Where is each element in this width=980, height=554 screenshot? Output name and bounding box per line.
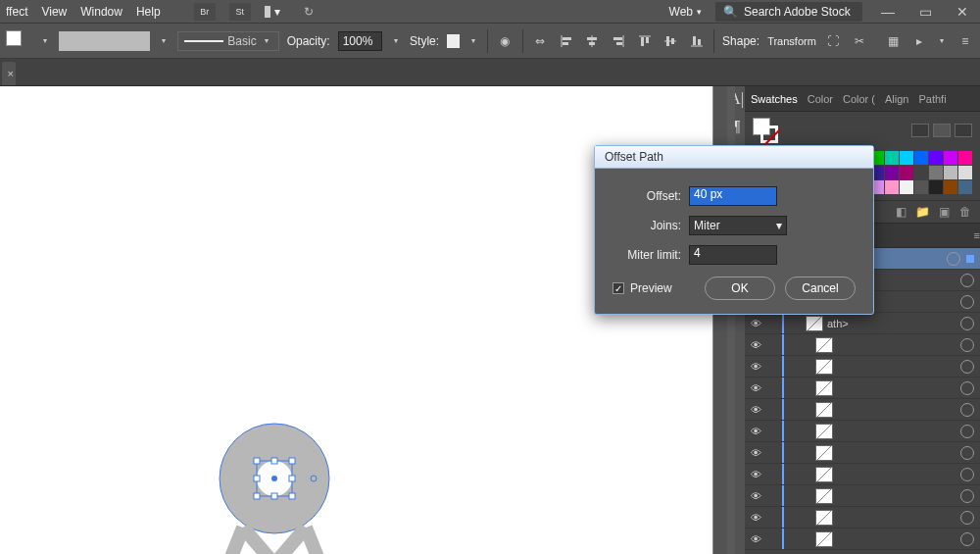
swatch-cell[interactable]	[944, 180, 957, 194]
menu-window[interactable]: Window	[80, 5, 122, 19]
swatch-cell[interactable]	[944, 151, 957, 165]
essentials-grid-icon[interactable]: ▦	[884, 31, 903, 51]
style-dropdown-icon[interactable]: ▾	[467, 36, 479, 45]
layer-row[interactable]: 👁	[745, 485, 980, 507]
swatch-cell[interactable]	[885, 151, 899, 165]
align-right-icon[interactable]	[610, 31, 628, 51]
swatch-large-view[interactable]	[955, 124, 972, 137]
eye-icon[interactable]: 👁	[745, 339, 766, 351]
swatch-cell[interactable]	[885, 166, 899, 179]
eye-icon[interactable]: 👁	[745, 469, 766, 480]
swatch-small-view[interactable]	[933, 124, 951, 137]
preview-checkbox[interactable]: ✓ Preview	[612, 281, 672, 295]
target-icon[interactable]	[960, 338, 974, 352]
layer-row[interactable]: 👁ath>	[745, 313, 980, 334]
menu-view[interactable]: View	[41, 5, 67, 19]
swatch-cell[interactable]	[944, 166, 957, 179]
target-icon[interactable]	[960, 381, 974, 395]
swatch-list-view[interactable]	[911, 124, 929, 137]
stroke-dropdown-icon[interactable]: ▾	[158, 36, 170, 45]
swatch-cell[interactable]	[900, 180, 913, 194]
fill-stroke-swatch[interactable]	[6, 30, 31, 52]
tab-swatches[interactable]: Swatches	[751, 93, 798, 105]
eye-icon[interactable]: 👁	[745, 490, 766, 502]
layer-row[interactable]: 👁	[745, 442, 980, 464]
layer-row[interactable]: 👁	[745, 529, 980, 550]
window-restore[interactable]: ▭	[913, 3, 937, 21]
options-overflow-icon[interactable]: ≡	[956, 31, 974, 51]
eye-icon[interactable]: 👁	[745, 533, 766, 545]
graphic-style-swatch[interactable]	[447, 34, 460, 48]
target-icon[interactable]	[960, 295, 974, 309]
delete-swatch-icon[interactable]: 🗑	[958, 205, 972, 219]
swatch-cell[interactable]	[914, 151, 928, 165]
layer-row[interactable]: 👁	[745, 464, 980, 485]
tab-colorguide[interactable]: Color (	[843, 93, 875, 105]
current-fill-stroke[interactable]	[753, 118, 778, 143]
cancel-button[interactable]: Cancel	[785, 277, 856, 300]
swatch-cell[interactable]	[914, 166, 928, 179]
miter-input[interactable]: 4	[689, 245, 777, 265]
layer-row[interactable]: 👁	[745, 334, 980, 356]
joins-select[interactable]: Miter▾	[689, 216, 787, 235]
target-icon[interactable]	[960, 446, 974, 460]
align-left-icon[interactable]	[557, 31, 575, 51]
target-icon[interactable]	[960, 425, 974, 438]
offset-input[interactable]: 40 px	[689, 186, 777, 206]
window-minimize[interactable]: —	[876, 3, 900, 21]
swatch-cell[interactable]	[900, 151, 913, 165]
target-icon[interactable]	[960, 360, 974, 374]
recolor-artwork-icon[interactable]: ◉	[496, 31, 514, 51]
panel-toggle-icon[interactable]: ▸	[910, 31, 929, 51]
swatch-cell[interactable]	[900, 166, 913, 179]
tab-color[interactable]: Color	[808, 93, 833, 105]
eye-icon[interactable]: 👁	[745, 382, 766, 394]
align-to-icon[interactable]: ⇔	[531, 31, 550, 51]
ok-button[interactable]: OK	[705, 277, 775, 300]
eye-icon[interactable]: 👁	[745, 318, 766, 329]
transform-link[interactable]: Transform	[767, 35, 816, 47]
layer-row[interactable]: 👁	[745, 507, 980, 529]
swatch-cell[interactable]	[914, 180, 928, 194]
align-vcenter-icon[interactable]	[662, 31, 680, 51]
target-icon[interactable]	[960, 274, 974, 287]
layer-row[interactable]: 👁	[745, 421, 980, 442]
target-icon[interactable]	[960, 511, 974, 525]
target-icon[interactable]	[947, 252, 960, 266]
target-icon[interactable]	[960, 403, 974, 417]
tab-close-icon[interactable]: ×	[8, 68, 14, 79]
stroke-weight-bar[interactable]	[59, 31, 150, 51]
swatch-cell[interactable]	[958, 166, 972, 179]
tab-align[interactable]: Align	[885, 93, 908, 105]
opacity-dropdown-icon[interactable]: ▾	[390, 36, 402, 45]
bridge-shortcut[interactable]: Br	[194, 3, 216, 21]
swatch-cell[interactable]	[929, 151, 943, 165]
align-bottom-icon[interactable]	[688, 31, 707, 51]
align-top-icon[interactable]	[635, 31, 654, 51]
layer-row[interactable]: 👁	[745, 378, 980, 399]
stock-shortcut[interactable]: St	[229, 3, 251, 21]
swatch-cell[interactable]	[885, 180, 899, 194]
swatch-cell[interactable]	[929, 166, 943, 179]
eye-icon[interactable]: 👁	[745, 361, 766, 373]
layer-row[interactable]: 👁	[745, 399, 980, 421]
arrange-docs-icon[interactable]: ▾	[265, 2, 284, 22]
document-profile-dropdown[interactable]: Web▾	[669, 5, 702, 19]
target-icon[interactable]	[960, 532, 974, 546]
edit-clip-icon[interactable]: ✂	[850, 31, 868, 51]
window-close[interactable]: ✕	[951, 3, 974, 21]
panel-menu-icon[interactable]: ≡	[974, 229, 980, 241]
eye-icon[interactable]: 👁	[745, 447, 766, 459]
eye-icon[interactable]: 👁	[745, 404, 766, 416]
tab-pathfinder[interactable]: Pathfi	[918, 93, 946, 105]
isolate-icon[interactable]: ⛶	[824, 31, 843, 51]
fill-dropdown-icon[interactable]: ▾	[39, 36, 51, 45]
stock-search-input[interactable]: 🔍Search Adobe Stock	[715, 2, 862, 22]
target-icon[interactable]	[960, 468, 974, 481]
sync-icon[interactable]: ↻	[298, 3, 319, 21]
document-tab[interactable]: ×	[2, 62, 16, 85]
new-group-icon[interactable]: 📁	[915, 205, 929, 219]
menu-help[interactable]: Help	[136, 5, 161, 19]
brush-definition-dropdown[interactable]: Basic▾	[177, 31, 278, 51]
target-icon[interactable]	[960, 489, 974, 503]
